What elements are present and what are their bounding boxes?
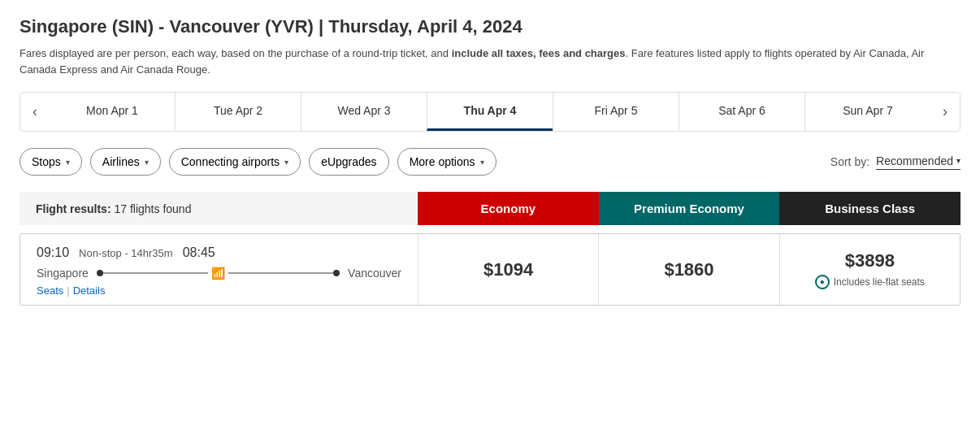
date-tab-4[interactable]: Fri Apr 5	[553, 93, 679, 131]
lie-flat-info: ● Includes lie-flat seats	[815, 275, 925, 289]
lie-flat-icon: ●	[815, 275, 830, 289]
flight-info-0: 09:10Non-stop - 14hr35m08:45 Singapore 📶…	[20, 234, 418, 305]
depart-time: 09:10	[37, 245, 69, 260]
route-line	[103, 272, 208, 274]
connecting-airports-filter-button[interactable]: Connecting airports ▾	[169, 148, 301, 176]
stops-filter-button[interactable]: Stops ▾	[20, 148, 82, 176]
business-price-value: $3898	[845, 250, 895, 271]
business-price-0[interactable]: $3898 ● Includes lie-flat seats	[780, 234, 960, 305]
link-separator: |	[67, 284, 69, 297]
lie-flat-label: Includes lie-flat seats	[834, 276, 925, 288]
premium-price-0[interactable]: $1860	[599, 234, 779, 305]
date-tab-6[interactable]: Sun Apr 7	[804, 93, 930, 131]
stop-duration: Non-stop - 14hr35m	[79, 247, 173, 259]
class-tab-premium[interactable]: Premium Economy	[599, 192, 780, 225]
eupgrades-filter-button[interactable]: eUpgrades	[309, 148, 389, 176]
connecting-airports-chevron-icon: ▾	[284, 158, 288, 167]
filters-row: Stops ▾ Airlines ▾ Connecting airports ▾…	[20, 148, 960, 176]
origin-dot	[97, 270, 103, 276]
flight-links-0: Seats|Details	[37, 284, 401, 297]
flight-row-0: 09:10Non-stop - 14hr35m08:45 Singapore 📶…	[20, 233, 960, 306]
more-options-chevron-icon: ▾	[480, 158, 484, 167]
prev-date-arrow[interactable]: ‹	[20, 103, 50, 120]
sort-group: Sort by: Recommended ▾	[830, 154, 960, 170]
economy-price-0[interactable]: $1094	[418, 234, 599, 305]
fare-note: Fares displayed are per person, each way…	[20, 46, 960, 77]
route-line-2	[228, 272, 333, 274]
flight-times-0: 09:10Non-stop - 14hr35m08:45	[37, 245, 401, 260]
flights-container: 09:10Non-stop - 14hr35m08:45 Singapore 📶…	[20, 233, 960, 306]
date-nav: ‹ Mon Apr 1Tue Apr 2Wed Apr 3Thu Apr 4Fr…	[20, 92, 960, 132]
class-tab-economy[interactable]: Economy	[418, 192, 599, 225]
airlines-filter-button[interactable]: Airlines ▾	[90, 148, 161, 176]
seats-link[interactable]: Seats	[37, 284, 63, 297]
results-info: Flight results: 17 flights found	[20, 192, 418, 225]
details-link[interactable]: Details	[73, 284, 106, 297]
date-tab-2[interactable]: Wed Apr 3	[301, 93, 427, 131]
flight-route-0: Singapore 📶 Vancouver	[37, 267, 401, 280]
sort-select[interactable]: Recommended ▾	[876, 154, 960, 170]
dest-dot	[333, 270, 340, 276]
class-tab-business[interactable]: Business Class	[779, 192, 960, 225]
sort-chevron-icon: ▾	[956, 156, 960, 165]
airlines-chevron-icon: ▾	[145, 158, 149, 167]
origin-city: Singapore	[37, 267, 89, 280]
page-title: Singapore (SIN) - Vancouver (YVR) | Thur…	[20, 16, 960, 37]
next-date-arrow[interactable]: ›	[930, 103, 960, 120]
date-tab-5[interactable]: Sat Apr 6	[679, 93, 804, 131]
arrive-time: 08:45	[183, 245, 215, 260]
more-options-filter-button[interactable]: More options ▾	[397, 148, 497, 176]
date-tabs: Mon Apr 1Tue Apr 2Wed Apr 3Thu Apr 4Fri …	[50, 93, 930, 131]
dest-city: Vancouver	[348, 267, 401, 280]
date-tab-0[interactable]: Mon Apr 1	[50, 93, 175, 131]
stops-chevron-icon: ▾	[66, 158, 70, 167]
date-tab-3[interactable]: Thu Apr 4	[427, 93, 553, 131]
date-tab-1[interactable]: Tue Apr 2	[175, 93, 301, 131]
wifi-icon: 📶	[211, 267, 225, 280]
results-header: Flight results: 17 flights found Economy…	[20, 192, 960, 225]
page-wrapper: Singapore (SIN) - Vancouver (YVR) | Thur…	[0, 0, 980, 322]
flight-line: 📶	[97, 267, 340, 280]
